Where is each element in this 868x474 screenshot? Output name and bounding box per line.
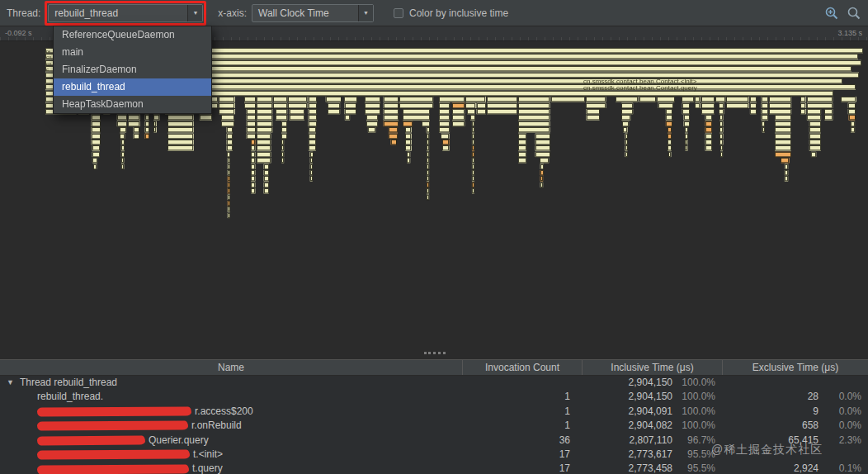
row-exclusive-time: 658 <box>722 419 818 433</box>
xaxis-label: x-axis: <box>218 7 247 19</box>
row-invocation-count <box>462 376 582 390</box>
row-name: r.access$200 <box>195 405 253 419</box>
column-header-inclusive[interactable]: Inclusive Time (μs) <box>582 360 722 375</box>
row-name: t.query <box>192 462 223 474</box>
thread-dropdown-popup: ReferenceQueueDaemon main FinalizerDaemo… <box>53 26 212 114</box>
row-invocation-count: 1 <box>462 390 582 404</box>
row-name: r.onRebuild <box>191 419 242 433</box>
row-exclusive-time: 2,924 <box>722 462 818 474</box>
thread-label: Thread: <box>7 7 40 19</box>
zoom-to-selection-icon[interactable] <box>824 6 839 21</box>
table-row[interactable]: ▼ Thread rebuild_thread 2,904,150100.0% <box>0 376 868 390</box>
row-name: Thread rebuild_thread <box>20 376 117 390</box>
row-exclusive-time <box>722 376 818 390</box>
call-table: Name Invocation Count Inclusive Time (μs… <box>0 359 868 474</box>
color-by-inclusive-label: Color by inclusive time <box>409 7 508 19</box>
row-inclusive-time: 2,773,617 <box>582 448 672 462</box>
xaxis-dropdown[interactable]: Wall Clock Time ▼ <box>252 4 374 22</box>
row-exclusive-time <box>722 448 818 462</box>
row-exclusive-time: 65,415 <box>722 434 818 448</box>
row-name: Querier.query <box>149 434 209 448</box>
dropdown-item[interactable]: FinalizerDaemon <box>54 61 211 78</box>
thread-dropdown[interactable]: rebuild_thread ▼ <box>48 4 203 22</box>
splitter-handle[interactable] <box>424 352 446 354</box>
search-icon[interactable] <box>847 6 861 21</box>
row-name: t.<init> <box>193 448 223 462</box>
row-inclusive-time: 2,904,150 <box>582 376 672 390</box>
row-exclusive-time: 9 <box>722 405 818 419</box>
row-inclusive-time: 2,904,091 <box>582 405 672 419</box>
column-header-exclusive[interactable]: Exclusive Time (μs) <box>722 360 868 375</box>
table-row[interactable]: rebuild_thread. 1 2,904,150100.0% 280.0% <box>0 390 868 404</box>
annotation-box: rebuild_thread ▼ <box>45 1 206 26</box>
row-exclusive-pct <box>818 376 868 390</box>
row-exclusive-pct: 0.0% <box>818 419 868 433</box>
table-header: Name Invocation Count Inclusive Time (μs… <box>0 359 868 376</box>
table-row[interactable]: r.access$200 1 2,904,091100.0% 90.0% <box>0 405 868 419</box>
row-invocation-count: 1 <box>462 419 582 433</box>
row-exclusive-pct: 0.0% <box>818 390 868 404</box>
dropdown-item[interactable]: main <box>54 44 211 61</box>
row-inclusive-pct: 96.7% <box>672 434 722 448</box>
row-name: rebuild_thread. <box>37 390 103 404</box>
row-inclusive-pct: 100.0% <box>672 419 722 433</box>
row-exclusive-pct: 0.0% <box>818 405 868 419</box>
redaction-scribble <box>37 435 145 445</box>
table-row[interactable]: r.onRebuild 1 2,904,082100.0% 6580.0% <box>0 419 868 433</box>
row-invocation-count: 1 <box>462 405 582 419</box>
toolbar: Thread: rebuild_thread ▼ x-axis: Wall Cl… <box>0 0 868 26</box>
row-inclusive-pct: 100.0% <box>672 376 722 390</box>
redaction-scribble <box>37 449 190 459</box>
row-exclusive-pct: 0.1% <box>818 462 868 474</box>
table-row[interactable]: Querier.query 36 2,807,11096.7% 65,4152.… <box>0 434 868 448</box>
row-exclusive-time: 28 <box>722 390 818 404</box>
row-inclusive-pct: 95.5% <box>672 448 722 462</box>
row-inclusive-pct: 100.0% <box>672 390 722 404</box>
column-header-count[interactable]: Invocation Count <box>462 360 582 375</box>
row-exclusive-pct <box>818 448 868 462</box>
ruler-end-time: 3.135 s <box>837 29 862 37</box>
row-inclusive-time: 2,904,082 <box>582 419 672 433</box>
profiler-window: Thread: rebuild_thread ▼ x-axis: Wall Cl… <box>0 0 868 474</box>
flame-bar-label: cn.smssdk.contact.bean.Contact.query <box>583 85 697 92</box>
expand-arrow-icon[interactable]: ▼ <box>7 376 14 390</box>
column-header-name[interactable]: Name <box>0 360 462 375</box>
redaction-scribble <box>37 421 188 431</box>
chevron-down-icon[interactable]: ▼ <box>187 5 202 21</box>
row-inclusive-time: 2,904,150 <box>582 390 672 404</box>
table-row[interactable]: t.<init> 17 2,773,61795.5% <box>0 448 868 462</box>
redaction-scribble <box>37 464 189 474</box>
row-invocation-count: 36 <box>462 434 582 448</box>
redaction-scribble <box>37 406 191 416</box>
thread-dropdown-value: rebuild_thread <box>49 7 187 19</box>
row-invocation-count: 17 <box>462 448 582 462</box>
row-exclusive-pct: 2.3% <box>818 434 868 448</box>
chevron-down-icon[interactable]: ▼ <box>358 5 373 21</box>
dropdown-item[interactable]: ReferenceQueueDaemon <box>54 26 211 44</box>
row-inclusive-pct: 100.0% <box>672 405 722 419</box>
dropdown-item[interactable]: HeapTaskDaemon <box>54 96 211 113</box>
ruler-start-time: -0.092 s <box>5 29 32 37</box>
table-row[interactable]: t.query 17 2,773,45895.5% 2,9240.1% <box>0 462 868 474</box>
row-inclusive-time: 2,773,458 <box>582 462 672 474</box>
row-inclusive-pct: 95.5% <box>672 462 722 474</box>
dropdown-item-selected[interactable]: rebuild_thread <box>54 78 211 96</box>
row-invocation-count: 17 <box>462 462 582 474</box>
xaxis-dropdown-value: Wall Clock Time <box>252 7 358 19</box>
row-inclusive-time: 2,807,110 <box>582 434 672 448</box>
color-by-inclusive-checkbox[interactable] <box>394 8 403 18</box>
